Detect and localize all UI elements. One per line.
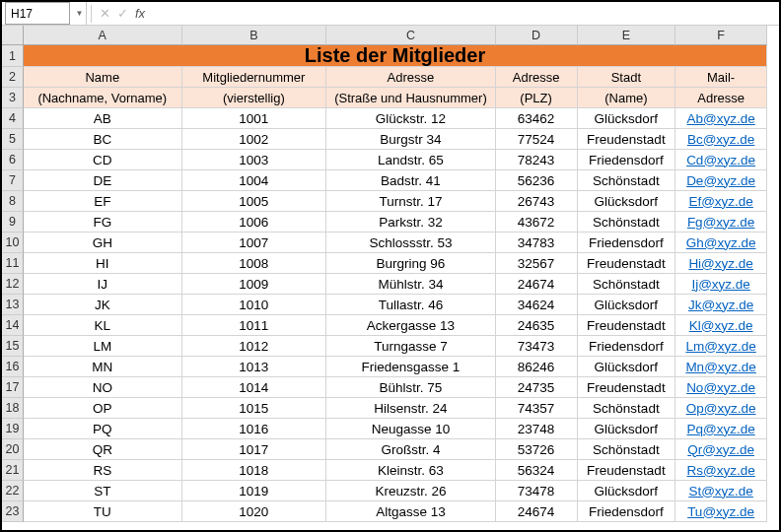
mail-link[interactable]: Gh@xyz.de bbox=[686, 235, 756, 250]
row-header[interactable]: 3 bbox=[2, 88, 24, 108]
row-header[interactable]: 15 bbox=[2, 336, 24, 357]
cell-mail[interactable]: Ij@xyz.de bbox=[675, 274, 767, 295]
cell-name[interactable]: TU bbox=[24, 501, 182, 522]
column-header[interactable]: E bbox=[578, 26, 676, 45]
column-header[interactable]: F bbox=[675, 26, 767, 45]
cell-name[interactable]: BC bbox=[24, 129, 182, 150]
row-header[interactable]: 10 bbox=[2, 233, 24, 253]
cell-city[interactable]: Glücksdorf bbox=[578, 481, 676, 501]
cell-plz[interactable]: 74357 bbox=[496, 398, 578, 419]
cell-city[interactable]: Friedensdorf bbox=[578, 336, 676, 357]
cell-city[interactable]: Friedensdorf bbox=[578, 501, 676, 522]
mail-link[interactable]: Ab@xyz.de bbox=[687, 111, 755, 126]
cell-name[interactable]: DE bbox=[24, 170, 182, 191]
cell-city[interactable]: Schönstadt bbox=[578, 439, 676, 460]
cell-city[interactable]: Friedensdorf bbox=[578, 150, 676, 170]
mail-link[interactable]: Ij@xyz.de bbox=[691, 277, 749, 292]
cell-city[interactable]: Schönstadt bbox=[578, 170, 676, 191]
cell-city[interactable]: Glücksdorf bbox=[578, 419, 676, 439]
cell-mail[interactable]: Jk@xyz.de bbox=[675, 295, 767, 315]
cell-address[interactable]: Friedensgasse 1 bbox=[326, 357, 496, 377]
cell-address[interactable]: Kreuzstr. 26 bbox=[326, 481, 496, 501]
cell-plz[interactable]: 24674 bbox=[496, 274, 578, 295]
row-header[interactable]: 11 bbox=[2, 253, 24, 274]
cell-plz[interactable]: 43672 bbox=[496, 212, 578, 233]
row-header[interactable]: 12 bbox=[2, 274, 24, 295]
header-cell[interactable]: Adresse bbox=[326, 67, 496, 88]
header-cell[interactable]: Mitgliedernummer bbox=[182, 67, 327, 88]
formula-input[interactable] bbox=[149, 2, 779, 25]
cell-number[interactable]: 1009 bbox=[182, 274, 327, 295]
cell-name[interactable]: FG bbox=[24, 212, 182, 233]
row-header[interactable]: 6 bbox=[2, 150, 24, 170]
row-header[interactable]: 1 bbox=[2, 45, 24, 67]
cell-address[interactable]: Hilsenstr. 24 bbox=[326, 398, 496, 419]
name-box[interactable]: H17 bbox=[5, 2, 70, 25]
cell-name[interactable]: QR bbox=[24, 439, 182, 460]
cell-number[interactable]: 1011 bbox=[182, 315, 327, 336]
cell-name[interactable]: CD bbox=[24, 150, 182, 170]
row-header[interactable]: 16 bbox=[2, 357, 24, 377]
cell-mail[interactable]: St@xyz.de bbox=[675, 481, 767, 501]
cell-address[interactable]: Schlossstr. 53 bbox=[326, 233, 496, 253]
cell-mail[interactable]: Hi@xyz.de bbox=[675, 253, 767, 274]
cancel-icon[interactable]: ✕ bbox=[96, 6, 113, 21]
cell-address[interactable]: Burgring 96 bbox=[326, 253, 496, 274]
cell-address[interactable]: Turngasse 7 bbox=[326, 336, 496, 357]
cell-name[interactable]: LM bbox=[24, 336, 182, 357]
column-header[interactable]: A bbox=[24, 26, 182, 45]
cell-mail[interactable]: Pq@xyz.de bbox=[675, 419, 767, 439]
cell-number[interactable]: 1020 bbox=[182, 501, 327, 522]
cell-city[interactable]: Friedensdorf bbox=[578, 233, 676, 253]
cell-city[interactable]: Freudenstadt bbox=[578, 129, 676, 150]
mail-link[interactable]: De@xyz.de bbox=[686, 173, 755, 188]
mail-link[interactable]: Jk@xyz.de bbox=[688, 298, 753, 312]
cell-plz[interactable]: 24635 bbox=[496, 315, 578, 336]
row-header[interactable]: 9 bbox=[2, 212, 24, 233]
cell-plz[interactable]: 24735 bbox=[496, 377, 578, 398]
confirm-icon[interactable]: ✓ bbox=[113, 6, 131, 21]
cell-number[interactable]: 1010 bbox=[182, 295, 327, 315]
cell-mail[interactable]: Op@xyz.de bbox=[675, 398, 767, 419]
mail-link[interactable]: Kl@xyz.de bbox=[689, 318, 753, 333]
row-header[interactable]: 8 bbox=[2, 191, 24, 212]
row-header[interactable]: 5 bbox=[2, 129, 24, 150]
row-header[interactable]: 14 bbox=[2, 315, 24, 336]
cell-address[interactable]: Turnstr. 17 bbox=[326, 191, 496, 212]
cell-mail[interactable]: Rs@xyz.de bbox=[675, 460, 767, 481]
cell-city[interactable]: Freudenstadt bbox=[578, 460, 676, 481]
cell-city[interactable]: Freudenstadt bbox=[578, 315, 676, 336]
cell-number[interactable]: 1016 bbox=[182, 419, 327, 439]
header-cell[interactable]: (vierstellig) bbox=[182, 88, 327, 108]
cell-mail[interactable]: Qr@xyz.de bbox=[675, 439, 767, 460]
column-header[interactable]: B bbox=[182, 26, 327, 45]
row-header[interactable]: 7 bbox=[2, 170, 24, 191]
cell-plz[interactable]: 56324 bbox=[496, 460, 578, 481]
row-header[interactable]: 23 bbox=[2, 501, 24, 522]
mail-link[interactable]: Qr@xyz.de bbox=[687, 442, 754, 457]
cell-address[interactable]: Mühlstr. 34 bbox=[326, 274, 496, 295]
cell-mail[interactable]: Fg@xyz.de bbox=[675, 212, 767, 233]
cell-name[interactable]: PQ bbox=[24, 419, 182, 439]
cell-number[interactable]: 1004 bbox=[182, 170, 327, 191]
cell-plz[interactable]: 56236 bbox=[496, 170, 578, 191]
cell-number[interactable]: 1002 bbox=[182, 129, 327, 150]
cell-name[interactable]: IJ bbox=[24, 274, 182, 295]
row-header[interactable]: 21 bbox=[2, 460, 24, 481]
cell-address[interactable]: Glückstr. 12 bbox=[326, 108, 496, 129]
cell-mail[interactable]: Lm@xyz.de bbox=[675, 336, 767, 357]
cell-name[interactable]: JK bbox=[24, 295, 182, 315]
cell-number[interactable]: 1006 bbox=[182, 212, 327, 233]
mail-link[interactable]: Pq@xyz.de bbox=[687, 422, 755, 436]
cell-plz[interactable]: 34783 bbox=[496, 233, 578, 253]
header-cell[interactable]: Adresse bbox=[496, 67, 578, 88]
row-header[interactable]: 2 bbox=[2, 67, 24, 88]
cell-city[interactable]: Freudenstadt bbox=[578, 253, 676, 274]
cell-name[interactable]: KL bbox=[24, 315, 182, 336]
cell-name[interactable]: ST bbox=[24, 481, 182, 501]
cell-number[interactable]: 1012 bbox=[182, 336, 327, 357]
row-header[interactable]: 4 bbox=[2, 108, 24, 129]
cell-mail[interactable]: No@xyz.de bbox=[675, 377, 767, 398]
select-all-corner[interactable] bbox=[2, 26, 24, 45]
cell-plz[interactable]: 23748 bbox=[496, 419, 578, 439]
